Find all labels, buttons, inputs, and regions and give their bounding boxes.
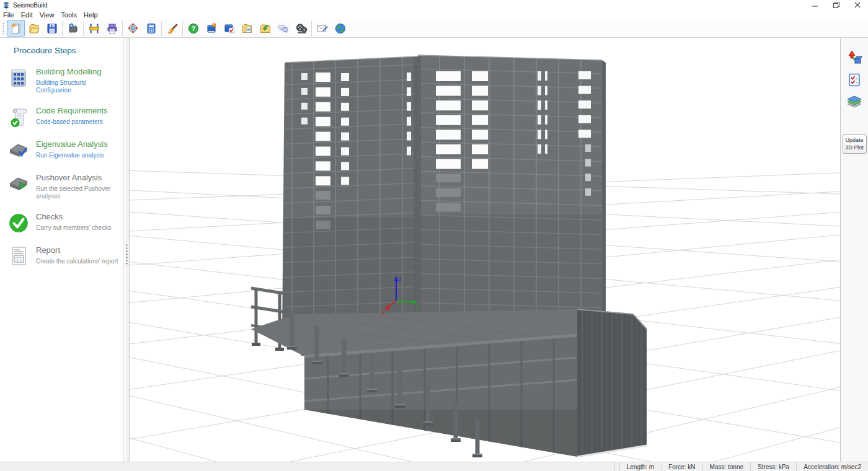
open-folder-icon — [27, 22, 41, 35]
minimize-button[interactable] — [805, 0, 826, 10]
user-manual-button[interactable] — [202, 20, 220, 37]
deformed-shape-icon — [846, 50, 862, 66]
step-subtitle: Run the selected Pushover analyses — [36, 185, 121, 201]
sidebar-item-code-requirements[interactable]: Code RequirementsCode-based parameters — [0, 105, 123, 128]
import-export-folder-button[interactable] — [256, 20, 274, 37]
log-folder-icon — [241, 22, 254, 35]
import-folder-icon — [259, 22, 272, 35]
verification-book-icon — [223, 22, 236, 35]
calculator-icon — [144, 22, 158, 35]
step-title: Checks — [36, 213, 121, 222]
window-title: SeismoBuild — [13, 2, 48, 9]
step-subtitle: Building Structural Configuarion — [36, 79, 121, 95]
checks-icon — [7, 212, 30, 234]
paintbrush-button[interactable] — [163, 20, 181, 37]
frame-icon — [87, 22, 101, 35]
step-subtitle: Create the calculations' report — [36, 258, 121, 266]
manual-book-icon — [205, 22, 218, 35]
website-button[interactable] — [331, 20, 349, 37]
title-bar: SeismoBuild — [0, 0, 868, 10]
step-subtitle: Carry out members' checks — [36, 224, 121, 232]
film-reel-icon — [294, 22, 308, 35]
save-project-button[interactable] — [43, 20, 61, 37]
toolbar-separator — [83, 21, 84, 36]
shear-wall-texture — [580, 304, 644, 462]
menu-tools[interactable]: Tools — [61, 11, 82, 19]
status-separator — [614, 462, 619, 471]
pushover-icon — [7, 173, 30, 195]
step-title: Eigenvalue Analysis — [36, 140, 121, 149]
toolbar-grip[interactable] — [2, 22, 5, 35]
right-tool-panel: Update 3D Plot — [840, 38, 868, 462]
status-stress-unit: Stress: kPa — [750, 462, 796, 471]
deformed-shape-button[interactable] — [846, 49, 863, 66]
sidebar-item-pushover-analysis[interactable]: Pushover AnalysisRun the selected Pushov… — [0, 172, 123, 201]
new-project-icon — [9, 22, 23, 35]
sidebar-item-report[interactable]: ReportCreate the calculations' report — [0, 245, 123, 266]
print-report-button[interactable] — [103, 20, 121, 37]
report-icon — [7, 245, 30, 266]
log-folder-button[interactable] — [238, 20, 256, 37]
printer-icon — [105, 22, 119, 35]
building-icon — [7, 67, 30, 88]
toolbar-separator — [311, 21, 312, 36]
checklist-button[interactable] — [846, 71, 863, 89]
video-tutorials-button[interactable] — [292, 20, 310, 37]
toolbar-separator — [182, 21, 183, 36]
layers-button[interactable] — [846, 94, 863, 111]
splitter-grip-icon — [126, 244, 128, 265]
layers-icon — [846, 95, 862, 110]
structural-modeller-button[interactable] — [85, 20, 103, 37]
restore-button[interactable] — [826, 0, 847, 10]
code-scroll-icon — [7, 106, 30, 128]
status-force-unit: Force: kN — [661, 462, 702, 471]
update-3d-plot-button[interactable]: Update 3D Plot — [843, 134, 867, 154]
3d-model-viewer-button[interactable] — [124, 20, 142, 37]
eigenvalue-icon — [7, 139, 30, 162]
email-icon — [316, 22, 329, 35]
3d-model-canvas[interactable]: z x y — [130, 38, 840, 462]
email-support-button[interactable] — [313, 20, 331, 37]
procedure-steps-panel: Procedure Steps Building ModellingBuildi… — [0, 38, 124, 462]
open-project-button[interactable] — [25, 20, 43, 37]
app-icon — [2, 1, 10, 9]
new-project-button[interactable] — [7, 20, 25, 37]
axis-y-label: y — [417, 304, 420, 310]
checklist-icon — [847, 73, 862, 87]
procedure-steps-title: Procedure Steps — [14, 46, 123, 55]
3d-viewport[interactable]: z x y — [130, 38, 840, 462]
help-button[interactable]: ? — [184, 20, 202, 37]
step-title: Building Modelling — [36, 68, 121, 77]
paintbrush-icon — [166, 22, 179, 35]
menu-edit[interactable]: Edit — [21, 11, 38, 19]
tower-seam — [414, 56, 421, 332]
sidebar-item-checks[interactable]: ChecksCarry out members' checks — [0, 211, 123, 234]
forum-button[interactable] — [274, 20, 292, 37]
axis-z-label: z — [399, 276, 402, 282]
sidebar-item-building-modelling[interactable]: Building ModellingBuilding Structural Co… — [0, 66, 123, 95]
toolbar-separator — [161, 21, 162, 36]
processor-icon — [66, 22, 80, 35]
update-button-line1: Update — [844, 137, 866, 144]
svg-text:?: ? — [191, 25, 195, 32]
verification-book-button[interactable] — [220, 20, 238, 37]
main-area: Procedure Steps Building ModellingBuildi… — [0, 38, 868, 462]
save-icon — [45, 22, 59, 35]
processor-settings-button[interactable] — [64, 20, 82, 37]
sidebar-item-eigenvalue-analysis[interactable]: Eigenvalue AnalysisRun Eigenvalue analys… — [0, 139, 123, 162]
toolbar-separator — [62, 21, 63, 36]
menu-bar: File Edit View Tools Help — [0, 10, 868, 19]
step-title: Code Requirements — [36, 107, 121, 116]
menu-help[interactable]: Help — [84, 11, 104, 19]
step-title: Pushover Analysis — [36, 174, 121, 183]
tower-right-side — [602, 60, 606, 318]
menu-view[interactable]: View — [40, 11, 60, 19]
menu-file[interactable]: File — [3, 11, 20, 19]
help-icon: ? — [187, 22, 200, 35]
status-acceleration-unit: Acceleration: m/sec2 — [796, 462, 868, 471]
update-button-line2: 3D Plot — [844, 144, 866, 152]
panel-splitter[interactable] — [124, 38, 130, 462]
status-bar: Length: m Force: kN Mass: tonne Stress: … — [0, 462, 868, 471]
calculator-button[interactable] — [142, 20, 160, 37]
close-button[interactable] — [847, 0, 868, 10]
